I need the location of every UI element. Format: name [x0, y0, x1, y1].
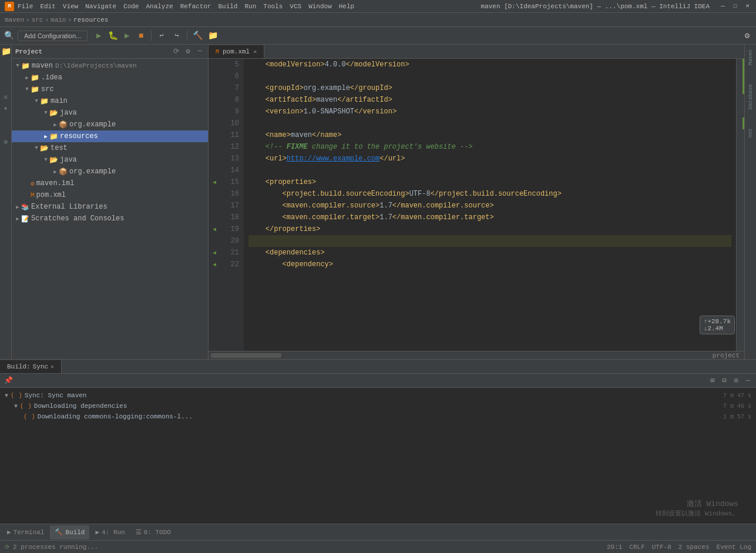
tab-close-button[interactable]: ✕	[253, 48, 257, 55]
todo-tab[interactable]: ☰ 6: TODO	[131, 525, 176, 539]
menu-navigate[interactable]: Navigate	[85, 3, 116, 10]
window-controls[interactable]: — ☐ ✕	[719, 2, 751, 10]
structure-icon[interactable]: ≡	[1, 93, 11, 102]
tree-item-java-test[interactable]: ▼ 📂 java	[12, 154, 208, 166]
favorites-icon[interactable]: ★	[1, 103, 11, 113]
encoding[interactable]: UTF-8	[652, 544, 671, 551]
build-line-2: ▼ ( ) Downloading dependencies 7 m 46 s	[5, 401, 751, 411]
tree-item-pom-xml[interactable]: M pom.xml	[12, 189, 208, 201]
panel-minimize-icon[interactable]: —	[743, 376, 752, 386]
project-structure-button[interactable]: 📁	[206, 29, 219, 42]
menu-code[interactable]: Code	[123, 3, 139, 10]
build-button[interactable]: 🔨	[191, 29, 204, 42]
tree-item-main[interactable]: ▼ 📁 main	[12, 95, 208, 107]
menu-view[interactable]: View	[63, 3, 78, 10]
collapse-all-icon[interactable]: ⊟	[720, 376, 729, 386]
run-tab[interactable]: ▶ 4: Run	[90, 525, 129, 539]
panel-settings-icon[interactable]: ⚙	[731, 376, 741, 386]
build-action-tab[interactable]: 🔨 Build	[50, 525, 89, 539]
run-button[interactable]: ▶	[92, 29, 105, 42]
package-icon-1: 📦	[59, 120, 68, 129]
close-button[interactable]: ✕	[744, 2, 751, 10]
editor-scrollbar[interactable]	[736, 59, 744, 351]
tab-build[interactable]: Build: Sync ✕	[0, 360, 62, 373]
indent-info[interactable]: 2 spaces	[678, 544, 710, 551]
event-log[interactable]: Event Log	[717, 544, 751, 551]
database-panel-label[interactable]: Database	[747, 82, 755, 112]
bc-resources[interactable]: resources	[73, 16, 108, 24]
maximize-button[interactable]: ☐	[731, 2, 739, 10]
cursor-position[interactable]: 20:1	[607, 544, 622, 551]
line-separator[interactable]: CRLF	[629, 544, 644, 551]
menu-build[interactable]: Build	[218, 3, 237, 10]
sync-tab-label: Sync	[33, 363, 48, 370]
menu-analyze[interactable]: Analyze	[146, 3, 173, 10]
search-everywhere-btn[interactable]: 🔍	[2, 29, 15, 42]
gear-panel-icon[interactable]: ⚙	[183, 47, 193, 56]
code-line-14	[248, 165, 731, 176]
scroll-badge: ↑+28.7k ↓2.4M	[700, 316, 735, 334]
gutter-area: ◀ ◀ ◀ ◀	[209, 59, 220, 351]
maven-panel-label[interactable]: Maven	[747, 47, 755, 68]
ant-icon[interactable]: ⚙	[1, 138, 11, 147]
undo-button[interactable]: ↩	[155, 29, 168, 42]
redo-button[interactable]: ↪	[170, 29, 183, 42]
bc-main[interactable]: main	[51, 16, 66, 24]
pin-icon[interactable]: 📌	[4, 376, 13, 386]
menu-file[interactable]: File	[18, 3, 33, 10]
project-panel-title: Project	[15, 48, 42, 55]
debug-button[interactable]: 🐛	[106, 29, 119, 42]
minimize-button[interactable]: —	[719, 2, 727, 10]
iml-icon: ⚙	[31, 180, 35, 187]
build-tab-icon: 🔨	[55, 528, 63, 536]
stop-button[interactable]: ■	[135, 29, 147, 42]
tree-item-maven-iml[interactable]: ⚙ maven.iml	[12, 177, 208, 189]
menu-refactor[interactable]: Refactor	[180, 3, 211, 10]
add-configuration-button[interactable]: Add Configuration...	[18, 31, 88, 41]
app-icon: M	[5, 2, 14, 11]
tree-item-idea[interactable]: ▶ 📁 .idea	[12, 72, 208, 83]
project-icon[interactable]: 📁	[1, 47, 11, 56]
tree-item-org-example-1[interactable]: ▶ 📦 org.example	[12, 119, 208, 130]
collapse-panel-icon[interactable]: —	[195, 47, 204, 56]
tree-item-java[interactable]: ▼ 📂 java	[12, 107, 208, 119]
tab-pom-xml[interactable]: M pom.xml ✕	[209, 45, 264, 58]
code-area[interactable]: <modelVersion>4.0.0</modelVersion> <grou…	[244, 59, 736, 351]
coverage-button[interactable]: ▶	[120, 29, 133, 42]
tree-item-maven[interactable]: ▼ 📁 maven D:\IdeaProjects\maven	[12, 60, 208, 72]
build-panel-toolbar: 📌 ⊞ ⊟ ⚙ —	[0, 374, 756, 388]
panel-header-icons: ⟳ ⚙ —	[172, 47, 204, 56]
code-line-5: <modelVersion>4.0.0</modelVersion>	[248, 59, 731, 71]
terminal-tab[interactable]: ▶ Terminal	[2, 525, 49, 539]
tree-item-org-example-2[interactable]: ▶ 📦 org.example	[12, 166, 208, 177]
menu-bar[interactable]: File Edit View Navigate Code Analyze Ref…	[18, 3, 354, 10]
right-toolbar: ⚙	[741, 29, 754, 42]
tree-item-scratches[interactable]: ▶ 📝 Scratches and Consoles	[12, 213, 208, 224]
menu-window[interactable]: Window	[308, 3, 332, 10]
bc-src[interactable]: src	[32, 16, 43, 24]
settings-button[interactable]: ⚙	[741, 29, 754, 42]
tree-item-test[interactable]: ▼ 📂 test	[12, 142, 208, 154]
sync-tab-close[interactable]: ✕	[51, 363, 54, 370]
sync-panel-icon[interactable]: ⟳	[172, 47, 181, 56]
bc-maven[interactable]: maven	[5, 16, 24, 24]
line-numbers: 5 6 7 8 9 10 11 12 13 14 15 16 17 18 19 …	[220, 59, 244, 351]
build-tab-label: Build:	[7, 363, 31, 370]
tree-item-src[interactable]: ▼ 📁 src	[12, 83, 208, 95]
menu-run[interactable]: Run	[244, 3, 256, 10]
menu-vcs[interactable]: VCS	[290, 3, 301, 10]
menu-tools[interactable]: Tools	[263, 3, 283, 10]
scrollbar-track	[211, 353, 705, 358]
scrollbar-thumb[interactable]	[211, 353, 281, 358]
right-panel-labels: Maven Database Ant	[744, 45, 756, 359]
change-indicator-2	[742, 118, 744, 129]
expand-all-icon[interactable]: ⊞	[708, 376, 717, 386]
build-action-label: Build	[65, 529, 85, 536]
tree-item-external-libraries[interactable]: ▶ 📚 External Libraries	[12, 201, 208, 213]
tree-item-resources[interactable]: ▶ 📁 resources	[12, 130, 208, 142]
ant-panel-label[interactable]: Ant	[747, 126, 755, 140]
horizontal-scrollbar[interactable]: project	[209, 351, 744, 359]
main-folder-icon: 📁	[40, 97, 49, 106]
menu-edit[interactable]: Edit	[40, 3, 55, 10]
menu-help[interactable]: Help	[339, 3, 354, 10]
